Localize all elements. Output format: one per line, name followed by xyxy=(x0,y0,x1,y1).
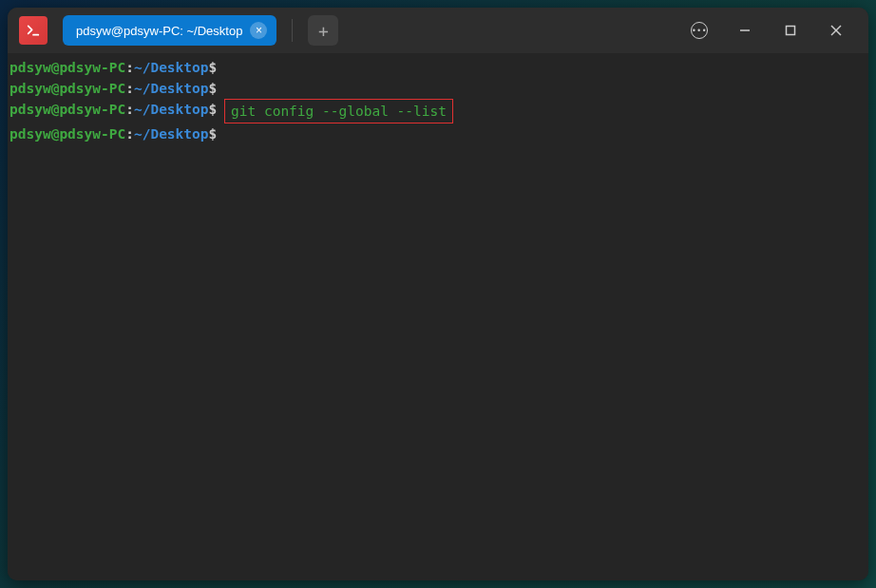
terminal-output[interactable]: pdsyw@pdsyw-PC:~/Desktop$ pdsyw@pdsyw-PC… xyxy=(8,53,868,580)
prompt-path: ~/Desktop xyxy=(134,102,209,117)
prompt-colon: : xyxy=(125,81,134,96)
terminal-app-icon xyxy=(19,16,48,45)
prompt-line: pdsyw@pdsyw-PC:~/Desktop$ xyxy=(8,57,868,78)
prompt-colon: : xyxy=(125,126,134,142)
prompt-symbol: $ xyxy=(209,60,218,75)
close-tab-icon[interactable]: × xyxy=(250,22,267,39)
prompt-symbol: $ xyxy=(209,126,218,142)
prompt-path: ~/Desktop xyxy=(134,126,209,142)
prompt-colon: : xyxy=(125,60,134,75)
maximize-button[interactable] xyxy=(777,17,804,44)
prompt-symbol: $ xyxy=(209,81,218,96)
prompt-user: pdsyw@pdsyw-PC xyxy=(10,81,125,96)
prompt-user: pdsyw@pdsyw-PC xyxy=(10,102,125,117)
prompt-line: pdsyw@pdsyw-PC:~/Desktop$ xyxy=(8,78,868,99)
prompt-line: pdsyw@pdsyw-PC:~/Desktop$ xyxy=(8,123,868,144)
prompt-user: pdsyw@pdsyw-PC xyxy=(10,60,125,75)
command-text: git config --global --list xyxy=(231,102,447,121)
tab-divider xyxy=(292,19,293,42)
titlebar: pdsyw@pdsyw-PC: ~/Desktop × + ••• xyxy=(8,8,868,53)
new-tab-button[interactable]: + xyxy=(308,15,338,46)
tab-title: pdsyw@pdsyw-PC: ~/Desktop xyxy=(76,24,242,38)
terminal-window: pdsyw@pdsyw-PC: ~/Desktop × + ••• pdsyw@… xyxy=(8,8,868,580)
prompt-path: ~/Desktop xyxy=(134,81,209,96)
minimize-button[interactable] xyxy=(732,17,758,44)
svg-rect-1 xyxy=(787,27,795,35)
menu-button[interactable]: ••• xyxy=(686,17,713,44)
close-button[interactable] xyxy=(823,17,849,44)
prompt-line: pdsyw@pdsyw-PC:~/Desktop$ git config --g… xyxy=(8,99,868,123)
prompt-path: ~/Desktop xyxy=(134,60,209,75)
ellipsis-icon: ••• xyxy=(691,22,708,39)
window-controls: ••• xyxy=(686,17,857,44)
highlighted-command: git config --global --list xyxy=(224,99,453,123)
prompt-symbol: $ xyxy=(209,102,218,117)
prompt-user: pdsyw@pdsyw-PC xyxy=(10,126,125,142)
tab-active[interactable]: pdsyw@pdsyw-PC: ~/Desktop × xyxy=(63,15,276,46)
prompt-colon: : xyxy=(125,102,134,117)
